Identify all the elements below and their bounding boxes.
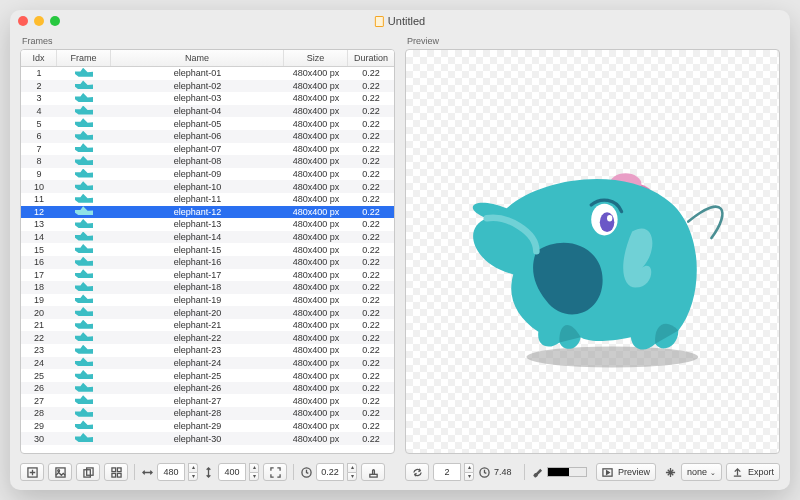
content-area: Frames Idx Frame Name Size Duration 1ele…: [10, 32, 790, 462]
table-row[interactable]: 12elephant-12480x400 px0.22: [21, 206, 394, 219]
table-row[interactable]: 28elephant-28480x400 px0.22: [21, 407, 394, 420]
elephant-thumbnail-icon: [75, 143, 93, 152]
elephant-thumbnail-icon: [75, 395, 93, 404]
col-idx[interactable]: Idx: [21, 50, 57, 66]
elephant-thumbnail-icon: [75, 131, 93, 140]
table-row[interactable]: 21elephant-21480x400 px0.22: [21, 319, 394, 332]
loop-button[interactable]: [405, 463, 429, 481]
table-row[interactable]: 29elephant-29480x400 px0.22: [21, 420, 394, 433]
cell-idx: 22: [21, 333, 57, 343]
cell-thumbnail: [57, 420, 111, 431]
cell-idx: 5: [21, 119, 57, 129]
col-size[interactable]: Size: [284, 50, 348, 66]
svg-point-8: [57, 469, 59, 471]
cell-idx: 9: [21, 169, 57, 179]
table-row[interactable]: 22elephant-22480x400 px0.22: [21, 331, 394, 344]
cell-idx: 19: [21, 295, 57, 305]
cell-name: elephant-22: [111, 333, 284, 343]
frame-number-input[interactable]: 2: [433, 463, 461, 481]
table-row[interactable]: 18elephant-18480x400 px0.22: [21, 281, 394, 294]
frame-step-up[interactable]: ▴: [464, 463, 474, 472]
table-row[interactable]: 2elephant-02480x400 px0.22: [21, 80, 394, 93]
apply-duration-button[interactable]: [361, 463, 385, 481]
cell-name: elephant-10: [111, 182, 284, 192]
table-row[interactable]: 14elephant-14480x400 px0.22: [21, 231, 394, 244]
elephant-thumbnail-icon: [75, 420, 93, 429]
table-row[interactable]: 17elephant-17480x400 px0.22: [21, 269, 394, 282]
table-row[interactable]: 20elephant-20480x400 px0.22: [21, 306, 394, 319]
table-row[interactable]: 13elephant-13480x400 px0.22: [21, 218, 394, 231]
close-window-button[interactable]: [18, 16, 28, 26]
grid-view-button[interactable]: [104, 463, 128, 481]
cell-idx: 10: [21, 182, 57, 192]
duration-input[interactable]: 0.22: [316, 463, 344, 481]
table-row[interactable]: 26elephant-26480x400 px0.22: [21, 382, 394, 395]
frames-table-header: Idx Frame Name Size Duration: [21, 50, 394, 67]
table-row[interactable]: 1elephant-01480x400 px0.22: [21, 67, 394, 80]
width-step-down[interactable]: ▾: [188, 472, 198, 481]
width-input[interactable]: 480: [157, 463, 185, 481]
cell-thumbnail: [57, 395, 111, 406]
cell-duration: 0.22: [348, 282, 394, 292]
table-row[interactable]: 10elephant-10480x400 px0.22: [21, 180, 394, 193]
scale-select[interactable]: none ⌄: [681, 463, 722, 481]
table-row[interactable]: 11elephant-11480x400 px0.22: [21, 193, 394, 206]
cell-duration: 0.22: [348, 320, 394, 330]
cell-duration: 0.22: [348, 81, 394, 91]
duplicate-button[interactable]: [76, 463, 100, 481]
svg-rect-12: [117, 467, 121, 471]
cell-size: 480x400 px: [284, 144, 348, 154]
height-step-up[interactable]: ▴: [249, 463, 259, 472]
cell-size: 480x400 px: [284, 93, 348, 103]
import-image-button[interactable]: [48, 463, 72, 481]
col-name[interactable]: Name: [111, 50, 284, 66]
cell-size: 480x400 px: [284, 333, 348, 343]
zoom-window-button[interactable]: [50, 16, 60, 26]
cell-idx: 29: [21, 421, 57, 431]
cell-thumbnail: [57, 257, 111, 268]
cell-name: elephant-12: [111, 207, 284, 217]
table-row[interactable]: 16elephant-16480x400 px0.22: [21, 256, 394, 269]
preview-canvas[interactable]: [405, 49, 780, 454]
duration-step-down[interactable]: ▾: [347, 472, 357, 481]
frame-step-down[interactable]: ▾: [464, 472, 474, 481]
minimize-window-button[interactable]: [34, 16, 44, 26]
grid-icon: [110, 466, 122, 478]
height-input[interactable]: 400: [218, 463, 246, 481]
cell-duration: 0.22: [348, 308, 394, 318]
cell-size: 480x400 px: [284, 131, 348, 141]
table-row[interactable]: 23elephant-23480x400 px0.22: [21, 344, 394, 357]
table-row[interactable]: 8elephant-08480x400 px0.22: [21, 155, 394, 168]
stamp-icon: [367, 466, 379, 478]
preview-button[interactable]: Preview: [596, 463, 656, 481]
table-row[interactable]: 4elephant-04480x400 px0.22: [21, 105, 394, 118]
height-step-down[interactable]: ▾: [249, 472, 259, 481]
col-duration[interactable]: Duration: [348, 50, 394, 66]
table-row[interactable]: 9elephant-09480x400 px0.22: [21, 168, 394, 181]
cell-name: elephant-20: [111, 308, 284, 318]
table-row[interactable]: 19elephant-19480x400 px0.22: [21, 294, 394, 307]
elephant-thumbnail-icon: [75, 294, 93, 303]
cell-duration: 0.22: [348, 169, 394, 179]
separator: [134, 464, 135, 480]
duration-step-up[interactable]: ▴: [347, 463, 357, 472]
table-row[interactable]: 5elephant-05480x400 px0.22: [21, 117, 394, 130]
add-frame-button[interactable]: [20, 463, 44, 481]
col-frame[interactable]: Frame: [57, 50, 111, 66]
table-row[interactable]: 7elephant-07480x400 px0.22: [21, 143, 394, 156]
table-row[interactable]: 15elephant-15480x400 px0.22: [21, 243, 394, 256]
background-color-swatch[interactable]: [547, 467, 587, 477]
table-row[interactable]: 30elephant-30480x400 px0.22: [21, 432, 394, 445]
table-row[interactable]: 24elephant-24480x400 px0.22: [21, 357, 394, 370]
width-step-up[interactable]: ▴: [188, 463, 198, 472]
cell-thumbnail: [57, 169, 111, 180]
export-button[interactable]: Export: [726, 463, 780, 481]
apply-size-button[interactable]: [263, 463, 287, 481]
table-row[interactable]: 27elephant-27480x400 px0.22: [21, 394, 394, 407]
table-row[interactable]: 6elephant-06480x400 px0.22: [21, 130, 394, 143]
upload-icon: [732, 466, 744, 478]
table-row[interactable]: 3elephant-03480x400 px0.22: [21, 92, 394, 105]
cell-duration: 0.22: [348, 333, 394, 343]
frames-table-body[interactable]: 1elephant-01480x400 px0.222elephant-0248…: [21, 67, 394, 453]
table-row[interactable]: 25elephant-25480x400 px0.22: [21, 369, 394, 382]
